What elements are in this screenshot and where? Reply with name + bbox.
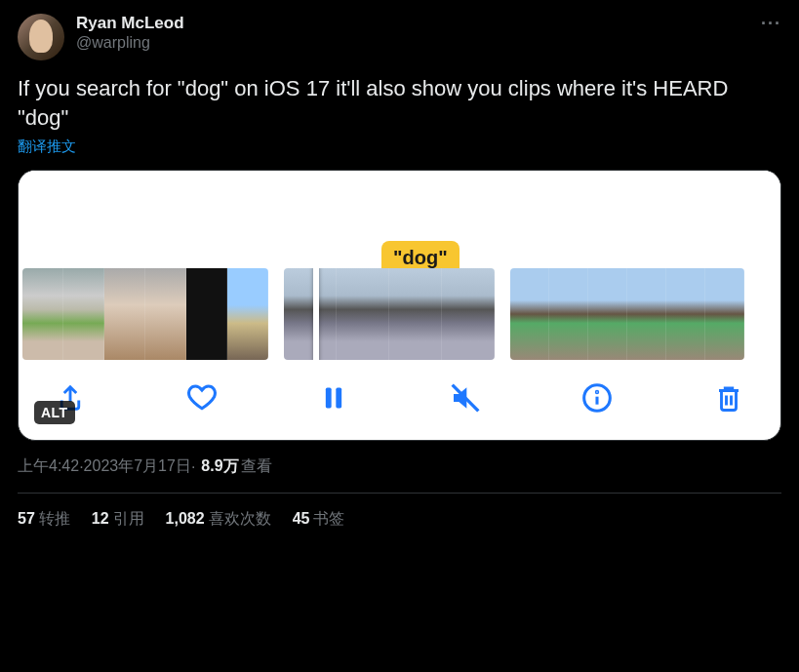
trash-icon[interactable] — [712, 381, 745, 415]
heart-icon[interactable] — [185, 381, 219, 415]
info-icon[interactable] — [580, 381, 614, 415]
avatar[interactable] — [18, 14, 64, 60]
display-name: Ryan McLeod — [76, 14, 184, 33]
tweet-stats: 57转推 12引用 1,082喜欢次数 45书签 — [18, 494, 781, 530]
tweet-time[interactable]: 上午4:42 — [18, 456, 79, 477]
svg-rect-0 — [326, 388, 332, 409]
views-count[interactable]: 8.9万 — [201, 456, 238, 477]
bookmarks-stat[interactable]: 45书签 — [293, 509, 345, 530]
clip-thumbnail-group[interactable] — [22, 268, 268, 360]
translate-link[interactable]: 翻译推文 — [18, 138, 76, 156]
likes-stat[interactable]: 1,082喜欢次数 — [166, 509, 271, 530]
tweet-text: If you search for "dog" on iOS 17 it'll … — [18, 74, 781, 132]
tweet-container: Ryan McLeod @warpling ··· If you search … — [0, 0, 799, 530]
tweet-header: Ryan McLeod @warpling ··· — [18, 14, 781, 60]
user-handle: @warpling — [76, 34, 184, 52]
mute-icon[interactable] — [449, 381, 482, 415]
media-toolbar — [19, 360, 780, 422]
svg-rect-1 — [336, 388, 341, 409]
media-card: "dog" — [18, 170, 781, 441]
pause-icon[interactable] — [317, 381, 350, 415]
user-block[interactable]: Ryan McLeod @warpling — [76, 14, 184, 52]
views-label: 查看 — [241, 456, 272, 477]
retweets-stat[interactable]: 57转推 — [18, 509, 70, 530]
alt-badge[interactable]: ALT — [34, 401, 75, 424]
playhead[interactable] — [313, 268, 319, 360]
media-whitespace — [19, 171, 780, 251]
tweet-date[interactable]: 2023年7月17日 — [84, 456, 191, 477]
tweet-meta: 上午4:42 · 2023年7月17日 · 8.9万 查看 — [18, 456, 781, 477]
quotes-stat[interactable]: 12引用 — [92, 509, 144, 530]
clip-thumbnail-group[interactable] — [510, 268, 744, 360]
svg-point-5 — [596, 392, 597, 393]
clip-thumbnail-group[interactable] — [284, 268, 495, 360]
more-options-icon[interactable]: ··· — [761, 14, 781, 34]
video-timeline[interactable] — [19, 268, 780, 360]
